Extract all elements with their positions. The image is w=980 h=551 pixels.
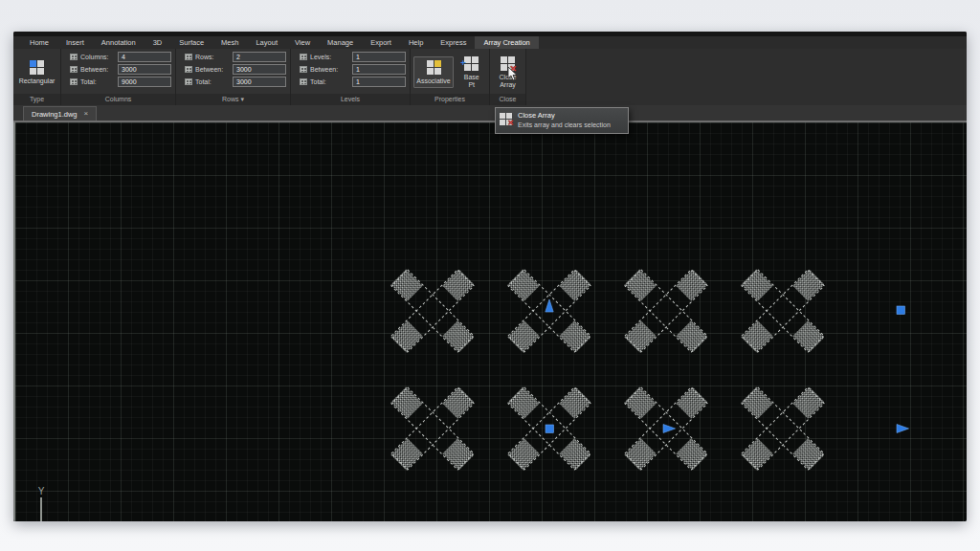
array-item[interactable] xyxy=(742,387,824,470)
base-point-button[interactable]: + Base Pt xyxy=(457,53,486,92)
associative-label: Associative xyxy=(416,77,450,85)
rows-between-icon xyxy=(185,66,192,73)
levels-total-input[interactable]: 1 xyxy=(352,77,406,87)
array-item[interactable] xyxy=(391,387,474,470)
array-grip-triangle-right[interactable] xyxy=(897,425,909,433)
desktop-background: Home Insert Annotation 3D Surface Mesh L… xyxy=(0,0,980,551)
array-item[interactable] xyxy=(625,270,707,352)
tab-view[interactable]: View xyxy=(286,36,319,49)
array-grip-triangle-up[interactable] xyxy=(546,299,553,312)
file-tab-bar: Drawing1.dwg × xyxy=(13,105,967,122)
levels-total-icon xyxy=(300,78,307,85)
tab-mesh[interactable]: Mesh xyxy=(212,36,247,49)
tab-surface[interactable]: Surface xyxy=(170,36,212,49)
ucs-icon: Y xyxy=(34,486,48,521)
tab-help[interactable]: Help xyxy=(400,36,432,49)
close-array-tooltip: ✕ Close Array Exits array and clears sel… xyxy=(495,107,629,134)
rectangular-array-icon xyxy=(30,60,44,75)
associative-button[interactable]: Associative xyxy=(413,56,453,88)
tab-insert[interactable]: Insert xyxy=(57,36,93,49)
file-tab-label: Drawing1.dwg xyxy=(32,110,78,119)
levels-between-icon xyxy=(300,66,307,73)
base-point-label: Base Pt xyxy=(460,74,483,89)
panel-label-close: Close xyxy=(490,94,525,105)
array-grip-square[interactable] xyxy=(897,306,905,315)
columns-count-label: Columns: xyxy=(80,54,118,60)
rows-between-label: Between: xyxy=(195,66,233,73)
panel-columns: Columns: 4 Between: 3000 Total: 9000 Col… xyxy=(61,49,176,105)
file-tab-drawing1[interactable]: Drawing1.dwg × xyxy=(23,106,97,121)
ucs-y-label: Y xyxy=(34,486,48,496)
tab-array-creation[interactable]: Array Creation xyxy=(475,36,538,49)
drawing-canvas[interactable] xyxy=(15,122,967,521)
rectangular-label: Rectangular xyxy=(19,77,56,85)
base-point-icon: + xyxy=(464,56,479,71)
rows-between-input[interactable]: 3000 xyxy=(233,64,286,75)
columns-total-input[interactable]: 9000 xyxy=(118,77,171,87)
columns-count-icon xyxy=(70,54,78,60)
panel-rows: Rows: 2 Between: 3000 Total: 3000 xyxy=(176,49,291,105)
ribbon-tab-bar: Home Insert Annotation 3D Surface Mesh L… xyxy=(13,36,967,49)
array-grip-triangle-right[interactable] xyxy=(663,425,676,433)
columns-total-label: Total: xyxy=(80,78,118,85)
columns-count-input[interactable]: 4 xyxy=(118,52,171,62)
panel-type: Rectangular Type xyxy=(13,49,61,105)
panel-properties: Associative + Base Pt Properties xyxy=(411,49,490,105)
tab-home[interactable]: Home xyxy=(21,36,57,49)
columns-between-icon xyxy=(70,66,78,73)
tab-layout[interactable]: Layout xyxy=(247,36,286,49)
panel-label-type: Type xyxy=(13,94,60,105)
file-tab-close-icon[interactable]: × xyxy=(84,110,89,118)
rows-count-icon xyxy=(185,54,192,60)
levels-between-label: Between: xyxy=(310,66,352,73)
tooltip-title: Close Array xyxy=(518,111,611,121)
ribbon-empty-area xyxy=(526,49,967,105)
columns-between-input[interactable]: 3000 xyxy=(118,64,171,75)
array-item[interactable] xyxy=(391,270,474,352)
panel-label-columns: Columns xyxy=(61,94,175,105)
rows-total-icon xyxy=(185,78,192,85)
panel-levels: Levels: 1 Between: 1 Total: 1 Levels xyxy=(291,49,411,105)
levels-count-input[interactable]: 1 xyxy=(352,52,406,62)
autocad-window: Home Insert Annotation 3D Surface Mesh L… xyxy=(13,32,967,521)
columns-between-label: Between: xyxy=(80,66,118,73)
columns-total-icon xyxy=(70,78,78,85)
panel-label-properties: Properties xyxy=(411,94,489,105)
tab-3d[interactable]: 3D xyxy=(145,36,171,49)
drawing-area[interactable]: Y xyxy=(13,122,967,521)
tooltip-description: Exits array and clears selection xyxy=(518,121,611,129)
tooltip-close-array-icon: ✕ xyxy=(500,113,512,125)
rows-count-input[interactable]: 2 xyxy=(233,52,286,62)
tab-manage[interactable]: Manage xyxy=(319,36,362,49)
levels-between-input[interactable]: 1 xyxy=(352,64,406,75)
ucs-y-axis xyxy=(40,497,42,521)
levels-count-label: Levels: xyxy=(310,54,352,60)
rows-count-label: Rows: xyxy=(195,54,233,60)
levels-count-icon xyxy=(300,54,307,60)
panel-label-rows[interactable]: Rows ▾ xyxy=(176,94,290,105)
mouse-cursor-icon xyxy=(507,67,518,81)
tab-annotation[interactable]: Annotation xyxy=(93,36,145,49)
associative-icon xyxy=(427,60,441,75)
rows-total-label: Total: xyxy=(195,78,233,85)
rows-total-input[interactable]: 3000 xyxy=(233,77,286,87)
ribbon: Rectangular Type Columns: 4 Between: 300… xyxy=(13,49,967,105)
tab-express[interactable]: Express xyxy=(432,36,475,49)
array-grip-square[interactable] xyxy=(546,425,554,433)
tab-export[interactable]: Export xyxy=(362,36,400,49)
levels-total-label: Total: xyxy=(310,78,352,85)
array-item[interactable] xyxy=(742,270,824,352)
rectangular-button[interactable]: Rectangular xyxy=(16,56,58,88)
rows-dropdown-caret-icon: ▾ xyxy=(240,96,244,102)
panel-label-levels: Levels xyxy=(291,94,410,105)
